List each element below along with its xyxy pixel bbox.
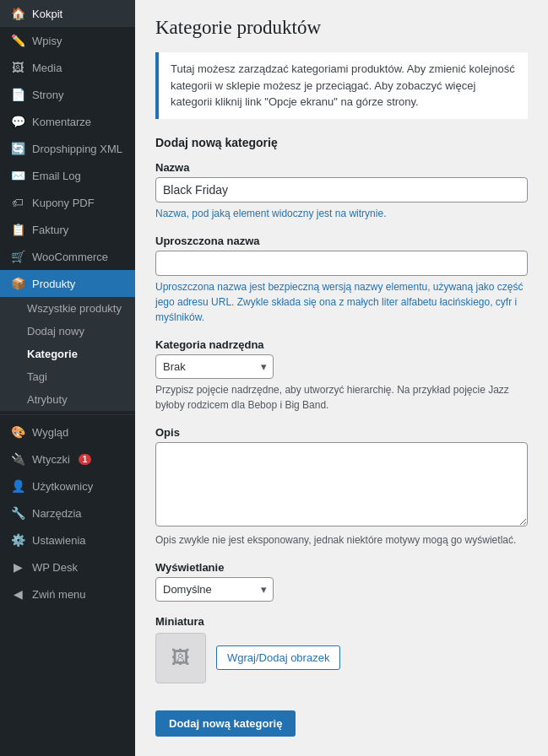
- sidebar-item-label: Ustawienia: [32, 534, 86, 547]
- home-icon: 🏠: [10, 7, 25, 20]
- form-group-nazwa: Nazwa Nazwa, pod jaką element widoczny j…: [155, 161, 528, 221]
- sidebar-item-label: Wpisy: [32, 35, 62, 47]
- hint-opis: Opis zwykle nie jest eksponowany, jednak…: [155, 532, 528, 548]
- sidebar-item-faktury[interactable]: 📋 Faktury: [0, 216, 135, 243]
- section-title: Dodaj nową kategorię: [155, 136, 528, 149]
- label-opis: Opis: [155, 426, 528, 439]
- sidebar-item-wp-desk[interactable]: ▶ WP Desk: [0, 554, 135, 580]
- sidebar-item-wyglad[interactable]: 🎨 Wygląd: [0, 418, 135, 446]
- sidebar-item-label: Dropshipping XML: [32, 143, 122, 155]
- hint-uproszczona: Uproszczona nazwa jest bezpieczną wersją…: [155, 279, 528, 325]
- sidebar-item-label: Zwiń menu: [32, 588, 86, 601]
- sidebar-item-komentarze[interactable]: 💬 Komentarze: [0, 108, 135, 135]
- textarea-opis[interactable]: [155, 442, 528, 526]
- cart-icon: 🛒: [10, 250, 25, 263]
- sidebar-item-label: Strony: [32, 89, 64, 101]
- settings-icon: ⚙️: [10, 533, 25, 547]
- comment-icon: 💬: [10, 115, 25, 128]
- upload-image-button[interactable]: Wgraj/Dodaj obrazek: [216, 645, 340, 670]
- sidebar-item-email-log[interactable]: ✉️ Email Log: [0, 162, 135, 189]
- sidebar-item-kokpit[interactable]: 🏠 Kokpit: [0, 0, 135, 27]
- sidebar-subitem-wszystkie[interactable]: Wszystkie produkty: [0, 297, 135, 320]
- sidebar-submenu-produkty: Wszystkie produkty Dodaj nowy Kategorie …: [0, 297, 135, 411]
- sidebar-item-produkty[interactable]: 📦 Produkty: [0, 270, 135, 297]
- info-box: Tutaj możesz zarządzać kategoriami produ…: [155, 52, 528, 119]
- page-title: Kategorie produktów: [155, 17, 528, 39]
- label-nazwa: Nazwa: [155, 161, 528, 174]
- user-icon: 👤: [10, 479, 25, 493]
- label-wyswietlanie: Wyświetlanie: [155, 561, 528, 574]
- sidebar-item-label: Email Log: [32, 170, 81, 182]
- edit-icon: ✏️: [10, 34, 25, 47]
- sidebar-item-label: Wtyczki: [32, 453, 70, 466]
- palette-icon: 🎨: [10, 425, 25, 439]
- label-uproszczona: Uproszczona nazwa: [155, 235, 528, 247]
- input-uproszczona[interactable]: [155, 251, 528, 276]
- product-icon: 📦: [10, 277, 25, 290]
- select-wrap-kategoria: Brak: [155, 354, 274, 379]
- main-content: Kategorie produktów Tutaj możesz zarządz…: [135, 0, 548, 756]
- sidebar-item-woocommerce[interactable]: 🛒 WooCommerce: [0, 243, 135, 270]
- sidebar-subitem-tagi[interactable]: Tagi: [0, 365, 135, 388]
- form-group-uproszczona: Uproszczona nazwa Uproszczona nazwa jest…: [155, 235, 528, 325]
- sidebar-item-label: Wygląd: [32, 426, 68, 439]
- image-icon: 🖼: [10, 61, 25, 74]
- thumbnail-area: 🖼 Wgraj/Dodaj obrazek: [155, 633, 528, 683]
- sidebar-item-label: WooCommerce: [32, 251, 108, 263]
- sidebar-item-dropshipping[interactable]: 🔄 Dropshipping XML: [0, 135, 135, 162]
- sidebar-item-uzytkownicy[interactable]: 👤 Użytkownicy: [0, 472, 135, 500]
- sidebar-item-narzedzia[interactable]: 🔧 Narzędzia: [0, 500, 135, 526]
- sidebar-item-label: Kokpit: [32, 8, 62, 20]
- sidebar-item-ustawienia[interactable]: ⚙️ Ustawienia: [0, 526, 135, 554]
- wtyczki-badge: 1: [79, 454, 92, 465]
- sync-icon: 🔄: [10, 142, 25, 155]
- form-group-opis: Opis Opis zwykle nie jest eksponowany, j…: [155, 426, 528, 548]
- sidebar-item-label: Faktury: [32, 224, 68, 236]
- tool-icon: 🔧: [10, 506, 25, 520]
- sidebar-item-wpisy[interactable]: ✏️ Wpisy: [0, 27, 135, 54]
- sidebar: 🏠 Kokpit ✏️ Wpisy 🖼 Media 📄 Strony 💬 Kom…: [0, 0, 135, 756]
- add-category-section: Dodaj nową kategorię Nazwa Nazwa, pod ja…: [155, 136, 528, 737]
- hint-nazwa: Nazwa, pod jaką element widoczny jest na…: [155, 206, 528, 221]
- hint-kategoria-nadrzedna: Przypisz pojęcie nadrzędne, aby utworzyć…: [155, 382, 528, 413]
- sidebar-item-label: Kupony PDF: [32, 197, 95, 209]
- sidebar-item-strony[interactable]: 📄 Strony: [0, 81, 135, 108]
- tag-icon: 🏷: [10, 196, 25, 209]
- form-group-kategoria-nadrzedna: Kategoria nadrzędna Brak Przypisz pojęci…: [155, 338, 528, 413]
- thumbnail-placeholder: 🖼: [155, 633, 206, 683]
- select-wyswietlanie[interactable]: Domyślne: [155, 577, 274, 602]
- sidebar-item-label: Narzędzia: [32, 507, 82, 520]
- sidebar-item-label: Użytkownicy: [32, 480, 93, 493]
- page-icon: 📄: [10, 88, 25, 101]
- label-kategoria-nadrzedna: Kategoria nadrzędna: [155, 338, 528, 351]
- select-wrap-wyswietlanie: Domyślne: [155, 577, 274, 602]
- submit-button[interactable]: Dodaj nową kategorię: [155, 710, 296, 737]
- sidebar-item-label: Media: [32, 62, 62, 74]
- input-nazwa[interactable]: [155, 177, 528, 202]
- plugin-icon: 🔌: [10, 452, 25, 466]
- sidebar-item-label: WP Desk: [32, 561, 78, 574]
- select-kategoria-nadrzedna[interactable]: Brak: [155, 354, 274, 379]
- sidebar-item-zwijn-menu[interactable]: ◀ Zwiń menu: [0, 580, 135, 608]
- form-group-wyswietlanie: Wyświetlanie Domyślne: [155, 561, 528, 602]
- sidebar-subitem-atrybuty[interactable]: Atrybuty: [0, 388, 135, 411]
- sidebar-item-kupony[interactable]: 🏷 Kupony PDF: [0, 189, 135, 216]
- email-icon: ✉️: [10, 169, 25, 182]
- sidebar-subitem-kategorie[interactable]: Kategorie: [0, 343, 135, 365]
- sidebar-subitem-dodaj-nowy[interactable]: Dodaj nowy: [0, 320, 135, 343]
- info-text: Tutaj możesz zarządzać kategoriami produ…: [171, 62, 515, 108]
- invoice-icon: 📋: [10, 223, 25, 236]
- sidebar-item-label: Produkty: [32, 278, 75, 290]
- label-miniatura: Miniatura: [155, 615, 528, 628]
- form-group-miniatura: Miniatura 🖼 Wgraj/Dodaj obrazek: [155, 615, 528, 683]
- image-placeholder-icon: 🖼: [171, 647, 190, 669]
- wpdesk-icon: ▶: [10, 560, 25, 574]
- sidebar-item-media[interactable]: 🖼 Media: [0, 54, 135, 81]
- sidebar-item-label: Komentarze: [32, 116, 91, 128]
- collapse-icon: ◀: [10, 587, 25, 601]
- sidebar-item-wtyczki[interactable]: 🔌 Wtyczki 1: [0, 446, 135, 472]
